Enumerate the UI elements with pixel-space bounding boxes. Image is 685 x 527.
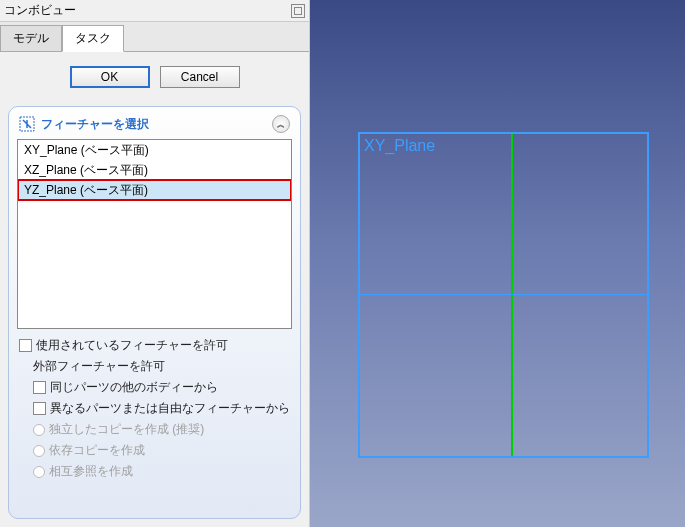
panel-header: フィーチャーを選択 ︽ bbox=[15, 113, 294, 139]
allow-other-part-row[interactable]: 異なるパーツまたは自由なフィーチャーから bbox=[33, 400, 290, 417]
checkbox-icon bbox=[19, 339, 32, 352]
select-feature-icon bbox=[19, 116, 35, 132]
allow-external-title: 外部フィーチャーを許可 bbox=[33, 358, 165, 375]
tab-model[interactable]: モデル bbox=[0, 25, 62, 51]
allow-used-label: 使用されているフィーチャーを許可 bbox=[36, 337, 228, 354]
radio-icon bbox=[33, 445, 45, 457]
sidebar-title-bar: コンボビュー bbox=[0, 0, 309, 22]
combo-view-sidebar: コンボビュー モデル タスク OK Cancel フィーチャーを選択 ︽ XY_… bbox=[0, 0, 310, 527]
plane-listbox[interactable]: XY_Plane (ベース平面) XZ_Plane (ベース平面) YZ_Pla… bbox=[17, 139, 292, 329]
collapse-button[interactable]: ︽ bbox=[272, 115, 290, 133]
undock-icon[interactable] bbox=[291, 4, 305, 18]
list-item[interactable]: XY_Plane (ベース平面) bbox=[18, 140, 291, 160]
cancel-button[interactable]: Cancel bbox=[160, 66, 240, 88]
radio-independent-label: 独立したコピーを作成 (推奨) bbox=[49, 421, 204, 438]
radio-dependent-row: 依存コピーを作成 bbox=[33, 442, 290, 459]
allow-used-checkbox-row[interactable]: 使用されているフィーチャーを許可 bbox=[19, 337, 290, 354]
checkbox-icon bbox=[33, 381, 46, 394]
options-group: 使用されているフィーチャーを許可 外部フィーチャーを許可 同じパーツの他のボディ… bbox=[15, 329, 294, 480]
ok-button[interactable]: OK bbox=[70, 66, 150, 88]
allow-external-title-row: 外部フィーチャーを許可 bbox=[33, 358, 290, 375]
tab-task[interactable]: タスク bbox=[62, 25, 124, 52]
allow-other-body-row[interactable]: 同じパーツの他のボディーから bbox=[33, 379, 290, 396]
dialog-buttons: OK Cancel bbox=[0, 52, 309, 102]
radio-dependent-label: 依存コピーを作成 bbox=[49, 442, 145, 459]
panel-wrapper: フィーチャーを選択 ︽ XY_Plane (ベース平面) XZ_Plane (ベ… bbox=[0, 102, 309, 527]
list-item[interactable]: YZ_Plane (ベース平面) bbox=[18, 180, 291, 200]
panel-title: フィーチャーを選択 bbox=[41, 116, 149, 133]
allow-other-part-label: 異なるパーツまたは自由なフィーチャーから bbox=[50, 400, 290, 417]
radio-independent-row: 独立したコピーを作成 (推奨) bbox=[33, 421, 290, 438]
radio-icon bbox=[33, 424, 45, 436]
tab-bar: モデル タスク bbox=[0, 22, 309, 52]
plane-grid bbox=[358, 132, 649, 458]
axis-horizontal bbox=[360, 294, 647, 296]
sidebar-title: コンボビュー bbox=[4, 2, 76, 19]
plane-label: XY_Plane bbox=[364, 137, 435, 155]
3d-viewport[interactable]: XY_Plane bbox=[310, 0, 685, 527]
radio-crossref-label: 相互参照を作成 bbox=[49, 463, 133, 480]
feature-select-panel: フィーチャーを選択 ︽ XY_Plane (ベース平面) XZ_Plane (ベ… bbox=[8, 106, 301, 519]
list-item[interactable]: XZ_Plane (ベース平面) bbox=[18, 160, 291, 180]
allow-other-body-label: 同じパーツの他のボディーから bbox=[50, 379, 218, 396]
radio-icon bbox=[33, 466, 45, 478]
checkbox-icon bbox=[33, 402, 46, 415]
radio-crossref-row: 相互参照を作成 bbox=[33, 463, 290, 480]
